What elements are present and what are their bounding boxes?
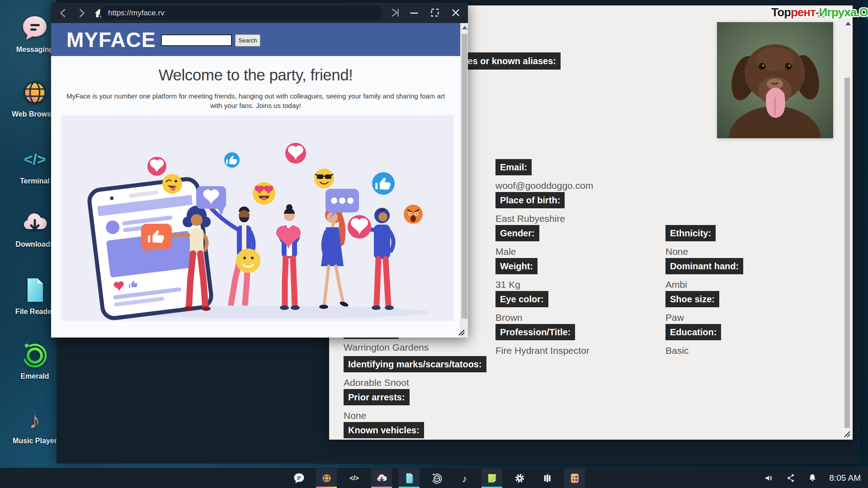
known-vehicles-label: Known vehicles: [344,422,424,438]
myface-header: MYFACE Search [51,23,468,56]
person-4 [319,206,349,309]
weight-value: 31 Kg [495,279,520,290]
code-icon: </> [20,145,49,174]
svg-text:♪: ♪ [462,473,467,484]
browser-window: https://myface.rv MYFACE Search Welcome … [51,3,468,338]
url-bar[interactable]: https://myface.rv [100,6,382,20]
gear-icon [514,472,526,484]
page-description: MyFace is your number one platform for m… [65,91,447,110]
close-icon[interactable] [450,7,462,19]
address-value: Warrington Gardens [344,342,429,353]
calculator-icon [569,472,581,484]
taskbar-calculator[interactable] [564,469,585,488]
svg-text:</>: </> [349,474,359,482]
maximize-icon[interactable] [429,7,441,19]
shoe-size-value: Paw [665,312,684,323]
prior-arrests-label: Prior arrests: [344,389,410,405]
dominant-hand-label: Dominant hand: [665,258,743,274]
messaging-icon [20,14,49,42]
page-title: Welcome to the party, friend! [51,66,460,84]
browser-scrollbar-thumb[interactable] [462,34,467,319]
desktop-icon-label: Emerald [10,372,60,380]
emerald-face-icon [431,472,443,484]
profession-value: Fire Hydrant Inspector [495,345,590,356]
document-icon [20,276,49,305]
gender-label: Gender: [495,225,539,241]
forward-icon[interactable] [75,7,87,19]
sticky-note-icon [486,472,498,484]
search-input[interactable] [161,34,232,46]
place-of-birth-label: Place of birth: [495,192,565,208]
resize-handle-icon[interactable] [457,328,465,336]
browser-titlebar: https://myface.rv [51,3,468,23]
music-note-icon: ♪ [20,405,49,434]
taskbar-messaging[interactable] [288,469,309,488]
place-of-birth-value: East Rubyeshire [495,213,565,224]
ethnicity-label: Ethnicity: [665,225,716,241]
messaging-icon [293,472,305,484]
taskbar-web-browser[interactable] [316,469,337,488]
desktop-wallpaper: Messaging Web Browser </> Terminal Downl… [0,0,868,488]
eye-color-label: Eye color: [495,291,548,307]
globe-icon [20,78,49,107]
person-3 [276,204,301,310]
prior-arrests-value: None [344,410,366,421]
shoe-size-label: Shoe size: [665,291,719,307]
profile-scrollbar-thumb[interactable] [844,78,850,428]
watermark: Торрент-Игруха.Орг [771,5,868,19]
code-icon: </> [348,472,360,484]
resize-handle-icon[interactable] [843,430,851,438]
identifying-marks-label: Identifying marks/scars/tatoos: [344,356,486,372]
ethnicity-value: None [665,246,688,257]
minimize-icon[interactable] [408,7,420,19]
music-note-icon: ♪ [458,472,471,484]
profession-label: Profession/Title: [495,324,575,340]
taskbar-file-reader[interactable] [399,469,420,488]
taskbar-window-switcher[interactable] [537,469,557,488]
weight-label: Weight: [495,258,538,274]
taskbar-downloads[interactable] [371,469,392,488]
taskbar-terminal[interactable]: </> [344,469,364,488]
taskbar-settings[interactable] [509,469,530,488]
profile-photo [717,22,833,138]
person-2 [210,206,260,310]
dominant-hand-value: Ambi [665,279,687,290]
education-value: Basic [665,345,689,356]
go-icon[interactable] [389,7,401,19]
eye-color-value: Brown [495,312,523,323]
search-button[interactable]: Search [235,34,260,47]
taskbar-notes[interactable] [481,469,502,488]
social-illustration [61,115,454,321]
cloud-download-icon [376,472,388,484]
desktop-icon-emerald[interactable]: Emerald [10,340,60,380]
desktop-icon-music-player[interactable]: ♪ Music Player [10,405,60,445]
bell-icon[interactable] [807,473,817,483]
cloud-download-icon [20,208,49,237]
globe-icon [321,472,333,484]
taskbar: </> ♪ [0,468,868,488]
svg-text:</>: </> [24,150,46,168]
taskbar-music-player[interactable]: ♪ [454,469,475,488]
identifying-marks-value: Adorable Snoot [344,377,409,388]
desktop-icon-label: Music Player [10,437,60,445]
panels-icon [541,472,553,484]
myface-logo: MYFACE [66,28,156,52]
emerald-face-icon [20,340,49,369]
svg-text:♪: ♪ [29,407,41,433]
back-icon[interactable] [57,7,69,19]
education-label: Education: [665,324,721,340]
taskbar-emerald[interactable] [426,469,447,488]
browser-scrollbar[interactable] [460,23,468,338]
gender-value: Male [495,246,516,257]
email-label: Email: [495,159,532,175]
share-icon[interactable] [786,473,796,483]
profile-scrollbar[interactable] [844,19,851,437]
clock: 8:05 AM [829,473,861,483]
volume-icon[interactable] [764,473,774,483]
email-value: woof@gooddoggo.com [495,180,593,191]
document-icon [403,472,415,484]
